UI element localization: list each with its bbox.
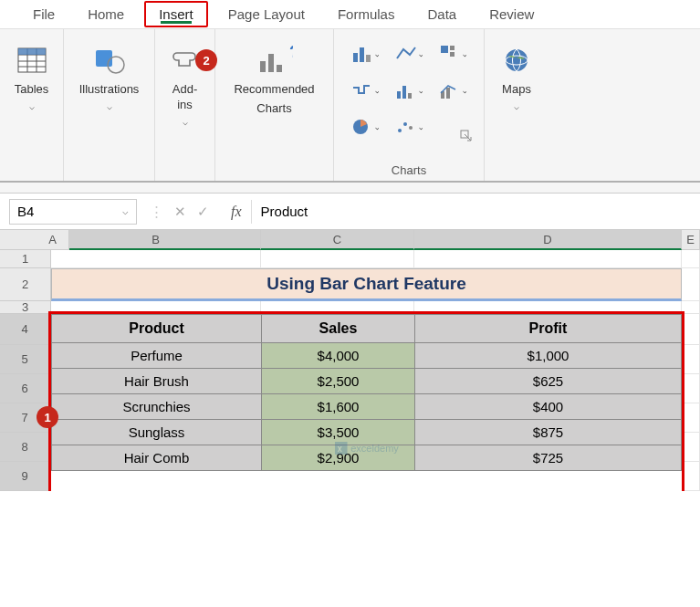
svg-rect-25 xyxy=(408,93,412,99)
name-box[interactable]: B4 ⌵ xyxy=(9,199,137,225)
cell[interactable] xyxy=(261,250,414,268)
cell[interactable] xyxy=(51,250,261,268)
tab-file[interactable]: File xyxy=(16,1,71,27)
title-cell[interactable]: Using Bar Chart Feature xyxy=(51,268,682,301)
chevron-down-icon: ⌵ xyxy=(29,101,35,111)
pie-chart-icon[interactable]: ⌵ xyxy=(345,111,385,142)
illustrations-label: Illustrations xyxy=(79,82,140,98)
scatter-chart-icon[interactable]: ⌵ xyxy=(389,111,429,142)
tab-page-layout[interactable]: Page Layout xyxy=(212,1,321,27)
cell[interactable] xyxy=(682,314,700,345)
cell-product[interactable]: Hair Comb xyxy=(52,445,262,471)
cell-product[interactable]: Hair Brush xyxy=(52,369,262,394)
tab-review[interactable]: Review xyxy=(473,1,550,27)
svg-text:⌵: ⌵ xyxy=(375,87,379,95)
cell[interactable] xyxy=(414,250,682,268)
svg-rect-28 xyxy=(446,88,450,99)
cell-product[interactable]: Scrunchies xyxy=(52,394,262,420)
cell-sales[interactable]: $2,500 xyxy=(262,369,415,394)
cell[interactable] xyxy=(261,301,414,314)
cell-profit[interactable]: $400 xyxy=(415,394,682,420)
row-header-2[interactable]: 2 xyxy=(0,268,51,301)
cancel-icon[interactable]: ✕ xyxy=(174,204,186,220)
chevron-down-icon: ⌵ xyxy=(107,101,112,111)
svg-text:⌵: ⌵ xyxy=(463,50,466,58)
row-header-4[interactable]: 4 xyxy=(0,314,51,345)
table-row[interactable]: Perfume$4,000$1,000 xyxy=(52,343,682,369)
charts-gallery: ⌵ ⌵ ⌵ ⌵ ⌵ ⌵ ⌵ ⌵ xyxy=(345,38,473,142)
fx-icon[interactable]: fx xyxy=(222,204,251,220)
col-header-A[interactable]: A xyxy=(37,230,69,250)
recommended-label1: Recommended xyxy=(234,82,314,98)
svg-text:⌵: ⌵ xyxy=(375,50,379,58)
svg-rect-13 xyxy=(353,53,358,62)
statistic-chart-icon[interactable]: ⌵ xyxy=(389,75,429,106)
hierarchy-chart-icon[interactable]: ⌵ xyxy=(433,38,473,69)
row-header-6[interactable]: 6 xyxy=(0,374,51,403)
svg-text:⌵: ⌵ xyxy=(419,123,423,131)
table-header-row[interactable]: Product Sales Profit xyxy=(52,315,682,343)
cell[interactable] xyxy=(51,301,261,314)
line-chart-icon[interactable]: ⌵ xyxy=(389,38,429,69)
col-header-C[interactable]: C xyxy=(261,230,414,250)
svg-rect-11 xyxy=(277,65,282,72)
cell[interactable] xyxy=(682,250,700,268)
row-header-8[interactable]: 8 xyxy=(0,433,51,462)
tab-insert[interactable]: Insert xyxy=(151,5,201,24)
cell-sales[interactable]: $4,000 xyxy=(262,343,415,369)
col-header-E[interactable]: E xyxy=(682,230,700,250)
tab-formulas[interactable]: Formulas xyxy=(321,1,412,27)
cell[interactable] xyxy=(682,268,700,301)
waterfall-chart-icon[interactable]: ⌵ xyxy=(345,75,385,106)
maps-button[interactable]: Maps ⌵ xyxy=(495,38,538,115)
row-header-3[interactable]: 3 xyxy=(0,301,51,314)
row-header-1[interactable]: 1 xyxy=(0,250,51,268)
shapes-icon xyxy=(91,42,128,78)
cell-profit[interactable]: $1,000 xyxy=(415,343,682,369)
header-sales[interactable]: Sales xyxy=(262,315,415,343)
svg-rect-19 xyxy=(450,46,454,50)
row-header-9[interactable]: 9 xyxy=(0,462,51,491)
table-row[interactable]: Hair Brush$2,500$625 xyxy=(52,369,682,394)
enter-icon[interactable]: ✓ xyxy=(197,204,209,220)
tables-button[interactable]: Tables ⌵ xyxy=(10,38,54,115)
chevron-down-icon[interactable]: ⌵ xyxy=(122,205,129,217)
group-recommended-charts: ? Recommended Charts xyxy=(215,29,334,181)
col-header-D[interactable]: D xyxy=(414,230,682,250)
cell-profit[interactable]: $625 xyxy=(415,369,682,394)
row-header-5[interactable]: 5 xyxy=(0,345,51,374)
cell[interactable] xyxy=(682,433,700,462)
header-profit[interactable]: Profit xyxy=(415,315,682,343)
cell[interactable] xyxy=(682,462,700,491)
cell-product[interactable]: Sunglass xyxy=(52,420,262,445)
header-product[interactable]: Product xyxy=(52,315,262,343)
cell[interactable] xyxy=(682,403,700,433)
cell-profit[interactable]: $725 xyxy=(415,445,682,471)
recommended-charts-button[interactable]: ? Recommended Charts xyxy=(230,38,318,120)
svg-rect-18 xyxy=(441,46,448,53)
formula-bar-buttons: ⋮ ✕ ✓ xyxy=(137,204,222,220)
svg-text:x: x xyxy=(337,444,341,454)
svg-text:?: ? xyxy=(289,45,293,61)
cell[interactable] xyxy=(682,345,700,374)
charts-launcher-icon[interactable] xyxy=(460,130,473,142)
charts-group-label: Charts xyxy=(392,163,426,177)
cell[interactable] xyxy=(682,301,700,314)
col-header-B[interactable]: B xyxy=(51,230,261,250)
svg-rect-6 xyxy=(18,48,46,55)
cell[interactable] xyxy=(414,301,682,314)
formula-input[interactable] xyxy=(251,200,700,224)
recommended-label2: Charts xyxy=(256,101,291,117)
illustrations-button[interactable]: Illustrations ⌵ xyxy=(76,38,143,115)
tab-home[interactable]: Home xyxy=(71,1,141,27)
cell[interactable] xyxy=(682,374,700,403)
column-chart-icon[interactable]: ⌵ xyxy=(345,38,385,69)
table-row[interactable]: Scrunchies$1,600$400 xyxy=(52,394,682,420)
cell-profit[interactable]: $875 xyxy=(415,420,682,445)
worksheet[interactable]: B C D E A 1 2 Using Bar Chart Feature 3 … xyxy=(0,230,700,491)
cell-sales[interactable]: $1,600 xyxy=(262,394,415,420)
cell-product[interactable]: Perfume xyxy=(52,343,262,369)
ribbon-content: Tables ⌵ Illustrations ⌵ Add-ins ⌵ ? Rec… xyxy=(0,29,700,183)
tab-data[interactable]: Data xyxy=(411,1,473,27)
combo-chart-icon[interactable]: ⌵ xyxy=(433,75,473,106)
